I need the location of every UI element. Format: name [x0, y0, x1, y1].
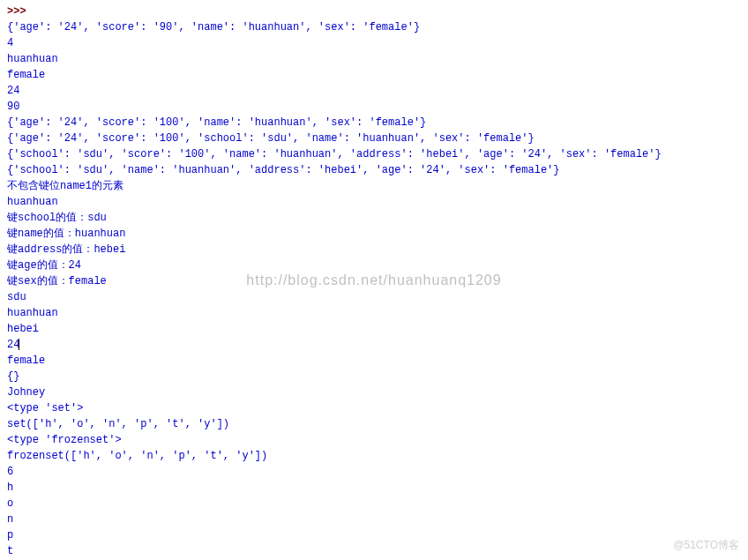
output-line: hebei	[7, 321, 741, 337]
output-line: 键school的值：sdu	[7, 210, 741, 226]
output-line: t	[7, 543, 741, 559]
python-prompt: >>>	[7, 5, 33, 18]
terminal-output: >>> {'age': '24', 'score': '90', 'name':…	[7, 4, 741, 560]
output-line: Johney	[7, 385, 741, 400]
output-line: p	[7, 527, 741, 543]
output-line: {}	[7, 369, 741, 385]
output-line: o	[7, 496, 741, 511]
output-line: <type 'frozenset'>	[7, 432, 741, 448]
output-line: 90	[7, 99, 741, 115]
output-line: 24	[7, 83, 741, 99]
output-line: {'school': 'sdu', 'score': '100', 'name'…	[7, 146, 741, 162]
output-line: {'age': '24', 'score': '100', 'school': …	[7, 131, 741, 146]
output-line-cursor: 24	[7, 337, 741, 353]
output-line: <type 'set'>	[7, 400, 741, 416]
output-line: set(['h', 'o', 'n', 'p', 't', 'y'])	[7, 416, 741, 432]
text-cursor	[19, 339, 19, 350]
output-line: {'school': 'sdu', 'name': 'huanhuan', 'a…	[7, 162, 741, 178]
output-line: 不包含键位name1的元素	[7, 178, 741, 194]
output-line: female	[7, 353, 741, 369]
output-line: {'age': '24', 'score': '90', 'name': 'hu…	[7, 19, 741, 35]
output-line: huanhuan	[7, 305, 741, 321]
output-line: 键name的值：huanhuan	[7, 226, 741, 242]
output-line: 键address的值：hebei	[7, 242, 741, 258]
output-text: 24	[7, 339, 19, 351]
output-line: huanhuan	[7, 194, 741, 210]
output-line: 键sex的值：female	[7, 273, 741, 289]
output-line: h	[7, 480, 741, 496]
output-line: female	[7, 67, 741, 83]
output-line: {'age': '24', 'score': '100', 'name': 'h…	[7, 115, 741, 131]
output-line: n	[7, 511, 741, 527]
prompt-line: >>>	[7, 4, 741, 19]
output-line: frozenset(['h', 'o', 'n', 'p', 't', 'y']…	[7, 448, 741, 464]
output-line: 6	[7, 464, 741, 480]
output-line: huanhuan	[7, 51, 741, 67]
output-line: 4	[7, 35, 741, 51]
output-line: 键age的值：24	[7, 258, 741, 273]
output-line: sdu	[7, 289, 741, 305]
